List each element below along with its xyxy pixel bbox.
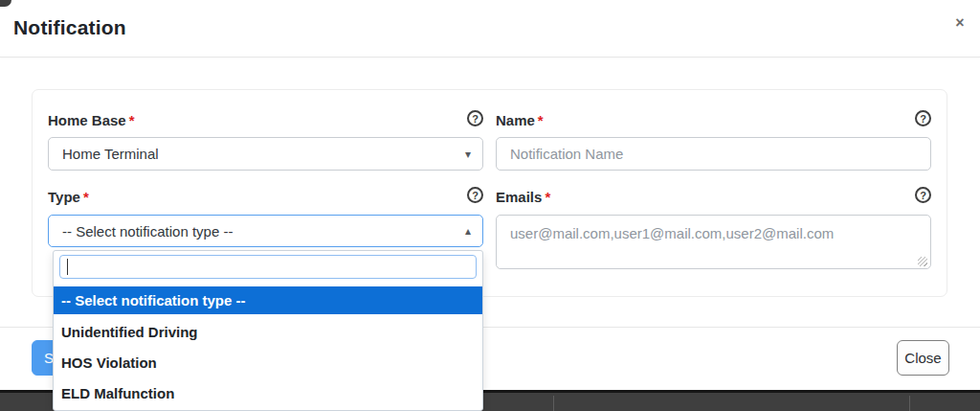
chevron-down-icon: ▾ bbox=[465, 148, 471, 161]
required-asterisk: * bbox=[545, 189, 550, 205]
name-label: Name* bbox=[496, 112, 544, 128]
dropdown-option-hos-violation[interactable]: HOS Violation bbox=[54, 348, 482, 378]
name-help-icon[interactable]: ? bbox=[915, 110, 931, 126]
text-cursor bbox=[67, 259, 68, 275]
emails-textarea[interactable] bbox=[496, 215, 931, 269]
close-icon[interactable]: × bbox=[950, 13, 969, 33]
modal-title: Notification bbox=[13, 16, 126, 39]
modal-header: Notification × bbox=[0, 0, 980, 57]
close-button[interactable]: Close bbox=[897, 340, 949, 376]
home-base-select-value: Home Terminal bbox=[62, 146, 159, 162]
emails-label: Emails* bbox=[496, 189, 550, 205]
dropdown-option-select-type[interactable]: -- Select notification type -- bbox=[54, 286, 482, 314]
dropdown-options-list: -- Select notification type -- Unidentif… bbox=[54, 286, 482, 409]
screen: Notification × Home Base* ? Home Termina… bbox=[0, 0, 980, 411]
emails-help-icon[interactable]: ? bbox=[915, 187, 931, 203]
background-column-divider bbox=[909, 396, 910, 411]
dropdown-search-input[interactable] bbox=[59, 255, 477, 279]
textarea-resize-handle[interactable] bbox=[918, 257, 927, 266]
type-select[interactable]: -- Select notification type -- ▴ bbox=[48, 215, 483, 247]
background-column-divider bbox=[553, 396, 554, 411]
required-asterisk: * bbox=[129, 112, 135, 128]
home-base-select[interactable]: Home Terminal ▾ bbox=[48, 137, 483, 171]
dropdown-option-eld-malfunction[interactable]: ELD Malfunction bbox=[54, 378, 482, 409]
type-label: Type* bbox=[48, 189, 89, 205]
required-asterisk: * bbox=[83, 189, 89, 205]
type-select-value: -- Select notification type -- bbox=[62, 223, 233, 240]
name-input[interactable] bbox=[496, 137, 931, 171]
home-base-help-icon[interactable]: ? bbox=[467, 110, 483, 126]
chevron-up-icon: ▴ bbox=[465, 224, 471, 238]
home-base-label: Home Base* bbox=[48, 112, 135, 128]
type-help-icon[interactable]: ? bbox=[467, 187, 483, 203]
required-asterisk: * bbox=[538, 112, 544, 128]
dropdown-option-unidentified-driving[interactable]: Unidentified Driving bbox=[54, 317, 482, 348]
type-dropdown-panel: -- Select notification type -- Unidentif… bbox=[53, 250, 483, 411]
